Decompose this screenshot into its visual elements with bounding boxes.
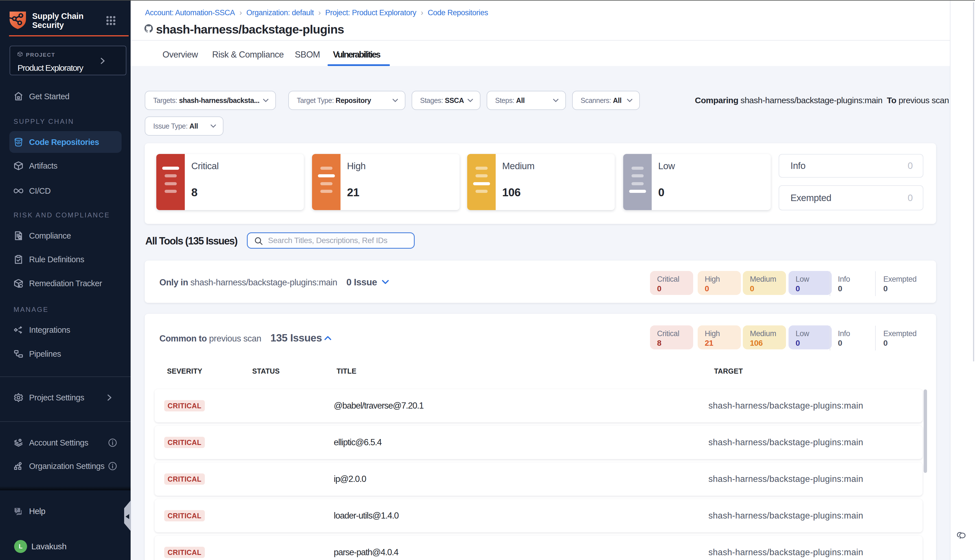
- svg-text:?: ?: [15, 508, 18, 512]
